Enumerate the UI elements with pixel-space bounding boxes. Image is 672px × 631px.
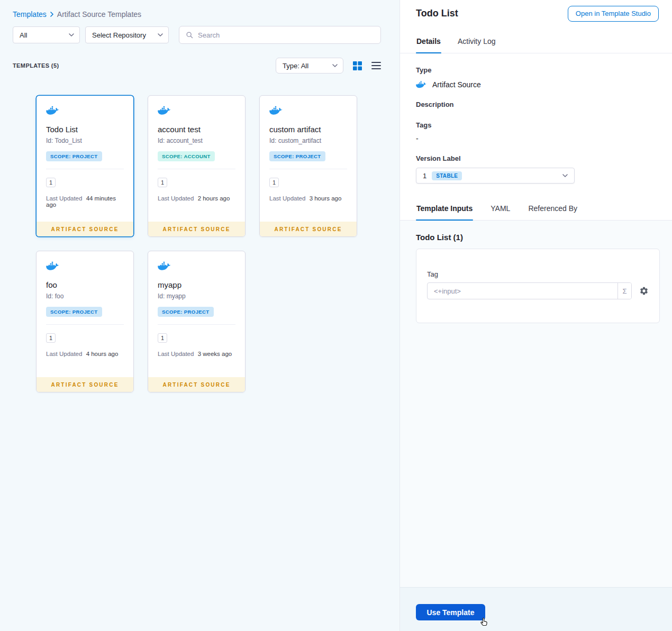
tab-activity-log[interactable]: Activity Log xyxy=(457,37,496,53)
template-card-myapp[interactable]: myapp Id: myapp SCOPE: PROJECT 1 Last Up… xyxy=(148,251,246,392)
type-label: Type xyxy=(416,66,656,74)
version-label: Version Label xyxy=(416,154,656,162)
chevron-down-icon xyxy=(158,33,163,36)
chevron-down-icon xyxy=(69,33,74,36)
template-type-footer: ARTIFACT SOURCE xyxy=(148,222,245,236)
template-id: Id: custom_artifact xyxy=(269,137,347,144)
grid-view-icon[interactable] xyxy=(353,61,362,70)
tag-input[interactable] xyxy=(428,283,617,299)
card-divider xyxy=(158,169,235,169)
last-updated: Last Updated 4 hours ago xyxy=(46,351,124,357)
last-updated: Last Updated 44 minutes ago xyxy=(46,195,124,208)
inputs-heading: Todo List (1) xyxy=(416,233,659,242)
template-type-footer: ARTIFACT SOURCE xyxy=(148,377,245,392)
template-inputs-section: Todo List (1) Tag Σ xyxy=(400,221,672,587)
search-icon xyxy=(186,31,193,39)
last-updated: Last Updated 2 hours ago xyxy=(158,195,235,202)
tab-yaml[interactable]: YAML xyxy=(490,204,511,220)
templates-list-pane: Templates Artifact Source Templates All … xyxy=(0,0,399,631)
card-divider xyxy=(158,324,235,325)
details-tab-bar: Details Activity Log xyxy=(400,27,672,53)
scope-badge: SCOPE: PROJECT xyxy=(158,307,214,317)
chevron-down-icon xyxy=(332,64,338,67)
version-dropdown[interactable]: 1 STABLE xyxy=(416,168,575,184)
version-chip: 1 xyxy=(269,178,279,187)
tag-input-wrap: Σ xyxy=(427,282,632,299)
type-filter-value: Type: All xyxy=(283,62,328,70)
template-card-custom-artifact[interactable]: custom artifact Id: custom_artifact SCOP… xyxy=(259,95,357,237)
docker-icon xyxy=(46,261,60,271)
use-template-button[interactable]: Use Template xyxy=(416,604,485,620)
expression-sigma-button[interactable]: Σ xyxy=(617,283,631,299)
repository-filter-dropdown[interactable]: Select Repository xyxy=(85,26,169,43)
chevron-down-icon xyxy=(562,174,568,177)
open-in-template-studio-button[interactable]: Open in Template Studio xyxy=(568,6,659,22)
template-title: custom artifact xyxy=(269,125,347,134)
templates-grid: Todo List Id: Todo_List SCOPE: PROJECT 1… xyxy=(36,95,381,392)
panel-title: Todo List xyxy=(416,8,458,19)
search-box[interactable] xyxy=(179,26,381,44)
docker-icon xyxy=(269,105,283,116)
docker-icon xyxy=(158,105,171,116)
tags-value: - xyxy=(416,134,656,143)
type-value: Artifact Source xyxy=(432,80,481,89)
template-type-footer: ARTIFACT SOURCE xyxy=(260,222,357,236)
repository-filter-value: Select Repository xyxy=(92,31,153,39)
inputs-card: Tag Σ xyxy=(416,249,660,323)
details-section: Type Artifact Source Description Tags - … xyxy=(400,53,672,197)
list-header: TEMPLATES (5) Type: All xyxy=(13,58,381,74)
scope-badge: SCOPE: PROJECT xyxy=(46,151,102,161)
description-label: Description xyxy=(416,100,656,108)
scope-filter-value: All xyxy=(20,31,65,39)
template-card-account-test[interactable]: account test Id: account_test SCOPE: ACC… xyxy=(148,95,246,237)
card-divider xyxy=(46,324,124,325)
template-type-footer: ARTIFACT SOURCE xyxy=(37,377,133,392)
tag-label: Tag xyxy=(427,270,649,278)
scope-badge: SCOPE: ACCOUNT xyxy=(158,151,215,161)
search-input[interactable] xyxy=(198,31,374,39)
tab-details[interactable]: Details xyxy=(416,37,441,53)
version-chip: 1 xyxy=(46,333,56,343)
scope-badge: SCOPE: PROJECT xyxy=(269,151,325,161)
type-filter-dropdown[interactable]: Type: All xyxy=(276,58,343,74)
tag-input-row: Σ xyxy=(427,282,649,299)
inputs-tab-bar: Template Inputs YAML Referenced By xyxy=(400,197,672,221)
template-type-footer: ARTIFACT SOURCE xyxy=(37,222,133,236)
pointer-cursor xyxy=(479,617,489,627)
template-id: Id: myapp xyxy=(158,292,235,300)
tags-label: Tags xyxy=(416,121,656,129)
scope-filter-dropdown[interactable]: All xyxy=(13,26,80,43)
templates-count-label: TEMPLATES (5) xyxy=(13,62,59,69)
docker-icon xyxy=(416,80,427,89)
breadcrumb: Templates Artifact Source Templates xyxy=(13,10,381,19)
type-value-row: Artifact Source xyxy=(416,80,656,89)
tab-template-inputs[interactable]: Template Inputs xyxy=(416,204,473,220)
breadcrumb-chevron-icon xyxy=(50,12,53,17)
card-divider xyxy=(46,169,124,169)
version-chip: 1 xyxy=(158,178,167,187)
template-id: Id: account_test xyxy=(158,137,235,144)
template-details-panel: Todo List Open in Template Studio Detail… xyxy=(399,0,672,631)
last-updated: Last Updated 3 hours ago xyxy=(269,195,347,202)
panel-footer: Use Template xyxy=(400,587,672,631)
template-id: Id: Todo_List xyxy=(46,137,124,144)
template-card-foo[interactable]: foo Id: foo SCOPE: PROJECT 1 Last Update… xyxy=(36,251,134,392)
settings-gear-icon[interactable] xyxy=(639,286,649,296)
breadcrumb-templates-link[interactable]: Templates xyxy=(13,10,47,19)
stable-badge: STABLE xyxy=(432,171,462,180)
version-value: 1 xyxy=(423,172,426,180)
template-id: Id: foo xyxy=(46,292,124,300)
version-chip: 1 xyxy=(158,333,167,343)
list-view-icon[interactable] xyxy=(371,62,381,69)
last-updated: Last Updated 3 weeks ago xyxy=(158,351,235,357)
breadcrumb-current: Artifact Source Templates xyxy=(57,10,141,19)
template-title: account test xyxy=(158,125,235,134)
docker-icon xyxy=(46,105,60,116)
template-title: foo xyxy=(46,280,124,289)
template-title: myapp xyxy=(158,280,235,289)
card-divider xyxy=(269,169,347,169)
tab-referenced-by[interactable]: Referenced By xyxy=(528,204,578,220)
scope-badge: SCOPE: PROJECT xyxy=(46,307,102,317)
docker-icon xyxy=(158,261,171,271)
template-card-todo-list[interactable]: Todo List Id: Todo_List SCOPE: PROJECT 1… xyxy=(36,95,134,237)
